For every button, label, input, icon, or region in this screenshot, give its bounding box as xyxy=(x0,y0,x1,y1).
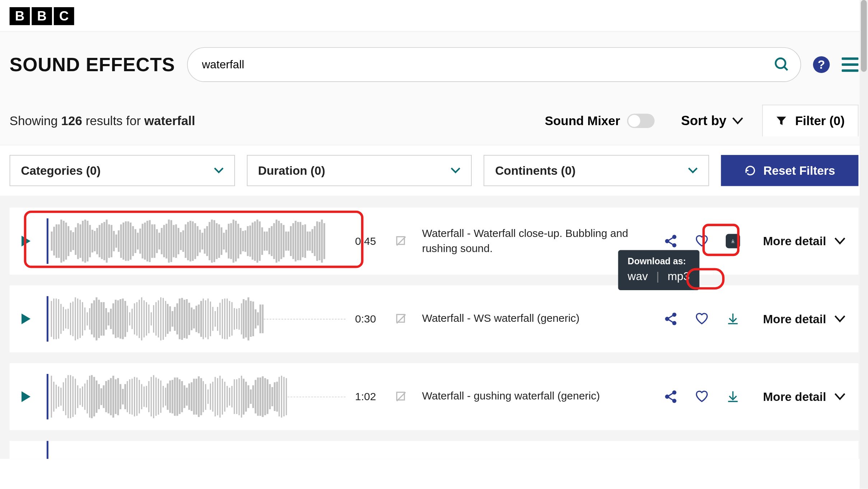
scrollbar-thumb[interactable] xyxy=(861,0,867,72)
waveform[interactable] xyxy=(47,218,346,264)
svg-line-15 xyxy=(669,320,673,323)
play-button[interactable] xyxy=(14,230,37,252)
mixer-add-icon[interactable] xyxy=(394,234,408,248)
filter-button[interactable]: Filter (0) xyxy=(762,105,859,136)
logo-letter: B xyxy=(10,7,30,25)
result-card: 0:30Waterfall - WS waterfall (generic)Mo… xyxy=(10,285,859,352)
filter-icon xyxy=(776,115,787,126)
action-icons xyxy=(664,312,740,326)
reset-filters-button[interactable]: Reset Filters xyxy=(721,155,859,186)
download-label: Download as: xyxy=(628,256,690,266)
more-detail-button[interactable]: More detail xyxy=(763,234,845,248)
help-icon[interactable]: ? xyxy=(813,56,830,73)
more-detail-button[interactable]: More detail xyxy=(763,390,845,403)
duration-text: 0:45 xyxy=(355,235,385,247)
download-icon[interactable] xyxy=(726,234,740,248)
favorite-icon[interactable] xyxy=(695,312,709,326)
scrollbar[interactable] xyxy=(860,0,868,489)
sort-by-dropdown[interactable]: Sort by xyxy=(681,113,743,128)
menu-icon[interactable] xyxy=(842,58,859,72)
download-icon[interactable] xyxy=(726,389,740,404)
categories-dropdown[interactable]: Categories (0) xyxy=(10,155,235,186)
chevron-down-icon xyxy=(835,315,845,323)
svg-line-22 xyxy=(669,397,673,400)
search-input[interactable] xyxy=(187,47,801,82)
share-icon[interactable] xyxy=(664,312,678,326)
share-icon[interactable] xyxy=(664,234,678,248)
share-icon[interactable] xyxy=(664,389,678,404)
logo-letter: C xyxy=(54,7,74,25)
svg-line-21 xyxy=(669,393,673,396)
continents-dropdown[interactable]: Continents (0) xyxy=(484,155,709,186)
chevron-down-icon xyxy=(733,117,743,124)
chevron-down-icon xyxy=(835,238,845,245)
chevron-down-icon xyxy=(688,168,698,174)
svg-line-8 xyxy=(669,242,673,244)
download-wav-option[interactable]: wav xyxy=(628,270,648,283)
play-button[interactable] xyxy=(14,385,37,408)
bbc-logo[interactable]: B B C xyxy=(10,7,859,25)
download-icon[interactable] xyxy=(726,312,740,326)
favorite-icon[interactable] xyxy=(695,234,709,248)
sound-mixer-label: Sound Mixer xyxy=(545,113,620,128)
separator: | xyxy=(656,270,659,283)
svg-line-14 xyxy=(669,315,673,318)
result-description: Waterfall - gushing waterfall (generic) xyxy=(417,389,654,404)
chevron-down-icon xyxy=(451,168,461,174)
result-card: 1:02Waterfall - gushing waterfall (gener… xyxy=(10,363,859,430)
sound-mixer-toggle[interactable] xyxy=(627,113,655,128)
mixer-add-icon[interactable] xyxy=(394,312,408,326)
logo-letter: B xyxy=(32,7,52,25)
page-title: SOUND EFFECTS xyxy=(10,54,175,76)
download-mp3-option[interactable]: mp3 xyxy=(668,270,690,283)
svg-point-0 xyxy=(776,58,785,68)
duration-text: 1:02 xyxy=(355,390,385,403)
chevron-down-icon xyxy=(835,393,845,400)
svg-line-7 xyxy=(669,238,673,241)
result-description: Waterfall - WS waterfall (generic) xyxy=(417,311,654,326)
results-count-text: Showing 126 results for waterfall xyxy=(10,113,195,128)
svg-rect-2 xyxy=(397,237,404,244)
download-popup: Download as: wav | mp3 xyxy=(618,250,699,290)
svg-rect-9 xyxy=(397,315,404,322)
more-detail-button[interactable]: More detail xyxy=(763,312,845,326)
result-card xyxy=(10,441,859,459)
result-card: 0:45Waterfall - Waterfall close-up. Bubb… xyxy=(10,207,859,274)
waveform[interactable] xyxy=(47,374,346,419)
svg-rect-16 xyxy=(397,392,404,400)
favorite-icon[interactable] xyxy=(695,389,709,404)
search-icon[interactable] xyxy=(774,56,790,73)
duration-text: 0:30 xyxy=(355,312,385,325)
action-icons xyxy=(664,389,740,404)
waveform[interactable] xyxy=(47,296,346,342)
reset-icon xyxy=(744,165,756,177)
mixer-add-icon[interactable] xyxy=(394,390,408,403)
duration-dropdown[interactable]: Duration (0) xyxy=(247,155,472,186)
chevron-down-icon xyxy=(214,168,223,174)
svg-line-1 xyxy=(784,67,788,70)
action-icons xyxy=(664,234,740,248)
play-button[interactable] xyxy=(14,307,37,330)
